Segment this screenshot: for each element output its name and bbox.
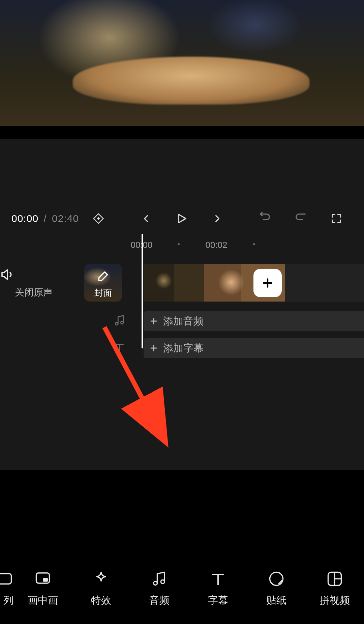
video-track-row: 关闭原声 封面 — [0, 261, 364, 305]
svg-point-6 — [115, 322, 118, 325]
tool-label: 音频 — [149, 594, 170, 607]
sticker-icon — [268, 570, 285, 588]
play-icon[interactable] — [174, 211, 189, 226]
ruler-tick: 00:02 — [205, 240, 227, 250]
keyframe-icon[interactable] — [91, 211, 106, 226]
total-duration: 02:40 — [52, 213, 79, 224]
edit-icon — [84, 270, 122, 283]
undo-icon[interactable] — [257, 211, 272, 226]
tool-effects[interactable]: 特效 — [72, 570, 130, 607]
preview-padding — [0, 139, 364, 203]
svg-rect-15 — [36, 573, 49, 583]
svg-rect-14 — [0, 573, 11, 584]
playhead[interactable] — [142, 234, 143, 348]
tool-sticker[interactable]: 贴纸 — [247, 570, 305, 607]
preview-frame-image — [0, 0, 364, 126]
plus-icon — [149, 316, 158, 326]
speaker-icon — [0, 266, 67, 283]
mute-original-button[interactable]: 关闭原声 — [0, 266, 67, 299]
add-subtitle-label: 添加字幕 — [163, 341, 204, 355]
text-icon — [209, 570, 227, 588]
time-display: 00:00 / 02:40 — [11, 213, 79, 224]
music-note-icon — [151, 570, 168, 588]
svg-point-17 — [154, 581, 157, 585]
add-subtitle-button[interactable]: 添加字幕 — [144, 338, 364, 358]
music-note-icon — [113, 314, 126, 327]
tool-label: 列 — [3, 594, 13, 607]
pip-icon — [34, 570, 52, 588]
cover-button[interactable]: 封面 — [84, 264, 122, 302]
audio-track-row: 添加音频 — [0, 309, 364, 333]
mute-label: 关闭原声 — [0, 286, 67, 299]
timeline-ruler[interactable]: 00:00 00:02 — [0, 234, 364, 254]
svg-marker-2 — [179, 215, 186, 223]
add-audio-button[interactable]: 添加音频 — [144, 311, 364, 331]
tool-pip[interactable]: 画中画 — [13, 570, 72, 607]
tool-partially-visible[interactable]: 列 — [0, 570, 13, 607]
text-icon — [113, 341, 126, 354]
timeline[interactable]: 关闭原声 封面 添加音频 — [0, 254, 364, 470]
add-audio-label: 添加音频 — [163, 314, 204, 328]
tool-label: 贴纸 — [266, 594, 286, 607]
tool-label: 画中画 — [28, 594, 58, 607]
tool-collage[interactable]: 拼视频 — [306, 570, 364, 607]
playback-controls: 00:00 / 02:40 — [0, 203, 364, 234]
ruler-dot — [253, 243, 255, 245]
video-preview[interactable] — [0, 0, 364, 139]
svg-point-21 — [270, 572, 283, 585]
svg-rect-16 — [43, 578, 48, 582]
redo-icon[interactable] — [293, 211, 308, 226]
subtitle-track-row: 添加字幕 — [0, 336, 364, 360]
tool-label: 特效 — [91, 594, 111, 607]
time-separator: / — [41, 213, 49, 224]
next-icon[interactable] — [210, 211, 225, 226]
tool-audio[interactable]: 音频 — [130, 570, 189, 607]
svg-marker-3 — [2, 270, 7, 279]
bottom-toolbar: 列 画中画 特效 音频 字幕 贴纸 拼视频 — [0, 553, 364, 624]
plus-icon — [149, 343, 158, 353]
svg-point-18 — [161, 580, 165, 584]
collage-icon — [326, 570, 343, 588]
cover-label: 封面 — [94, 287, 112, 299]
fullscreen-icon[interactable] — [329, 211, 344, 226]
prev-icon[interactable] — [139, 211, 153, 226]
tool-label: 字幕 — [208, 594, 228, 607]
tool-label: 拼视频 — [320, 594, 350, 607]
ratio-icon — [0, 570, 13, 588]
add-clip-button[interactable] — [253, 269, 282, 297]
sparkle-icon — [92, 570, 110, 588]
tool-subtitle[interactable]: 字幕 — [189, 570, 247, 607]
ruler-dot — [178, 243, 180, 245]
svg-point-7 — [121, 321, 123, 324]
current-time: 00:00 — [11, 213, 38, 224]
